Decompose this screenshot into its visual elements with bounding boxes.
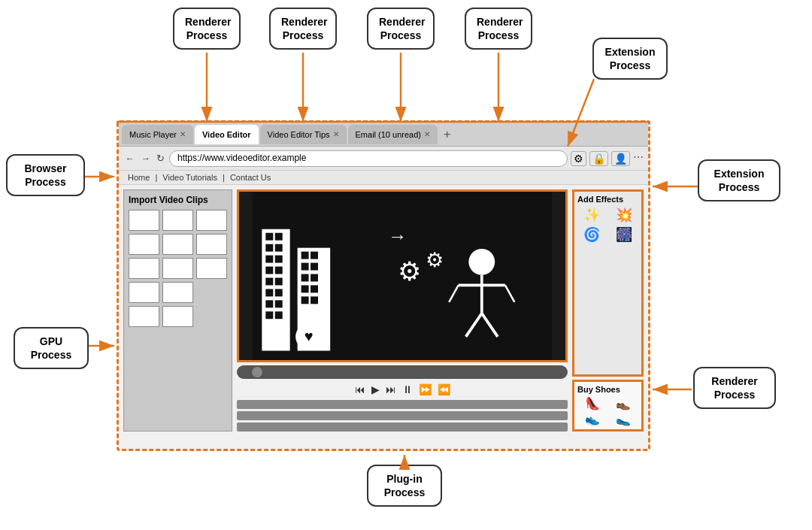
renderer-process-4: RendererProcess <box>465 8 532 50</box>
video-thumb-12[interactable] <box>129 306 159 327</box>
video-thumb-2[interactable] <box>162 210 193 231</box>
refresh-button[interactable]: ↻ <box>155 153 166 164</box>
progress-bar[interactable] <box>237 365 568 379</box>
video-thumb-9[interactable] <box>196 258 227 279</box>
effect-sparkle[interactable]: ✨ <box>577 207 607 223</box>
svg-rect-14 <box>265 300 273 307</box>
effects-grid: ✨ 💥 🌀 🎆 <box>577 207 638 243</box>
lock-icon[interactable]: 🔒 <box>589 151 608 166</box>
video-thumb-7[interactable] <box>129 258 159 279</box>
tab-bar: Music Player ✕ Video Editor Video Editor… <box>119 123 648 147</box>
skip-back-button[interactable]: ⏮ <box>355 383 365 395</box>
nav-contact[interactable]: Contact Us <box>230 173 271 182</box>
import-title: Import Video Clips <box>129 195 227 205</box>
timeline <box>237 400 568 432</box>
fast-forward-button[interactable]: ⏩ <box>419 383 432 395</box>
renderer-process-5: RendererProcess <box>693 367 776 409</box>
nav-home[interactable]: Home <box>128 173 150 182</box>
back-button[interactable]: ← <box>123 153 136 164</box>
video-thumb-6[interactable] <box>196 234 227 255</box>
video-grid <box>129 210 227 327</box>
tab-music-player[interactable]: Music Player ✕ <box>122 125 193 144</box>
shoe-2[interactable]: 👞 <box>609 396 639 410</box>
svg-rect-22 <box>311 263 318 271</box>
tab-email[interactable]: Email (10 unread) ✕ <box>348 125 438 144</box>
svg-rect-26 <box>311 285 318 292</box>
video-thumb-3[interactable] <box>196 210 227 231</box>
renderer-process-3: RendererProcess <box>367 8 435 50</box>
nav-links: Home | Video Tutorials | Contact Us <box>119 171 648 185</box>
svg-rect-7 <box>275 256 283 263</box>
ad-panel: Buy Shoes 👠 👞 👟 🥿 <box>572 380 644 432</box>
effect-burst[interactable]: 💥 <box>610 207 639 223</box>
svg-rect-25 <box>301 285 309 292</box>
settings-icon[interactable]: ⚙ <box>571 151 586 166</box>
svg-rect-4 <box>265 244 273 252</box>
svg-text:⚙: ⚙ <box>398 256 421 286</box>
extension-process-2: ExtensionProcess <box>698 159 780 201</box>
effect-firework[interactable]: 🎆 <box>610 226 639 243</box>
svg-text:⚙: ⚙ <box>426 248 444 271</box>
user-icon[interactable]: 👤 <box>611 151 630 166</box>
tab-video-editor[interactable]: Video Editor <box>195 125 259 144</box>
timeline-track-2[interactable] <box>237 411 568 420</box>
svg-text:♥: ♥ <box>304 328 314 344</box>
video-thumb-5[interactable] <box>162 234 193 255</box>
svg-rect-19 <box>301 252 309 259</box>
svg-point-34 <box>468 249 495 275</box>
video-player[interactable]: ♥ → ⚙ ⚙ <box>237 189 568 362</box>
shoe-3[interactable]: 👟 <box>577 412 607 426</box>
video-thumb-4[interactable] <box>129 234 159 255</box>
skip-forward-button[interactable]: ⏭ <box>386 383 396 395</box>
tab-close-music[interactable]: ✕ <box>180 130 186 138</box>
svg-rect-13 <box>275 289 283 296</box>
browser-process: BrowserProcess <box>6 154 85 196</box>
svg-text:→: → <box>388 226 407 247</box>
extension-icons: ⚙ 🔒 👤 ⋯ <box>571 151 644 166</box>
svg-rect-27 <box>301 296 309 304</box>
forward-button[interactable]: → <box>139 153 152 164</box>
video-thumb-11[interactable] <box>162 282 193 303</box>
video-area: ♥ → ⚙ ⚙ <box>237 189 568 432</box>
address-bar: ← → ↻ https://www.videoeditor.example ⚙ … <box>119 147 648 171</box>
svg-rect-2 <box>265 233 273 241</box>
svg-rect-12 <box>265 289 273 296</box>
tab-video-tips[interactable]: Video Editor Tips ✕ <box>260 125 347 144</box>
renderer-process-1: Renderer Process <box>173 8 241 50</box>
play-button[interactable]: ▶ <box>371 383 380 395</box>
video-thumb-10[interactable] <box>129 282 159 303</box>
svg-rect-3 <box>275 233 283 241</box>
plugin-process: Plug-inProcess <box>367 465 442 507</box>
pause-button[interactable]: ⏸ <box>402 383 413 395</box>
shoe-1[interactable]: 👠 <box>577 396 607 410</box>
tab-close-email[interactable]: ✕ <box>424 130 430 138</box>
timeline-track-3[interactable] <box>237 422 568 432</box>
tab-add-button[interactable]: + <box>439 128 455 141</box>
effect-swirl[interactable]: 🌀 <box>577 226 607 243</box>
tab-close-tips[interactable]: ✕ <box>333 130 339 138</box>
svg-rect-10 <box>265 277 273 285</box>
right-panel: Add Effects ✨ 💥 🌀 🎆 Buy Shoes 👠 👞 👟 🥿 <box>572 189 644 432</box>
svg-rect-5 <box>275 244 283 252</box>
url-field[interactable]: https://www.videoeditor.example <box>169 150 568 167</box>
menu-icon[interactable]: ⋯ <box>633 151 644 166</box>
svg-rect-23 <box>301 274 309 282</box>
svg-rect-11 <box>275 277 283 285</box>
shoe-4[interactable]: 🥿 <box>609 412 639 426</box>
video-thumb-13[interactable] <box>162 306 193 327</box>
renderer-process-2: RendererProcess <box>269 8 337 50</box>
svg-rect-15 <box>275 300 283 307</box>
svg-rect-6 <box>265 256 273 263</box>
rewind-button[interactable]: ⏪ <box>438 383 450 395</box>
main-content: Import Video Clips <box>119 185 648 436</box>
svg-rect-8 <box>265 267 273 274</box>
gpu-process: GPUProcess <box>14 327 89 369</box>
nav-tutorials[interactable]: Video Tutorials <box>162 173 217 182</box>
video-thumb-8[interactable] <box>162 258 193 279</box>
effects-title: Add Effects <box>577 195 638 204</box>
ad-items: 👠 👞 👟 🥿 <box>577 396 638 426</box>
playback-controls: ⏮ ▶ ⏭ ⏸ ⏩ ⏪ <box>237 382 568 397</box>
video-thumb-1[interactable] <box>129 210 159 231</box>
effects-panel: Add Effects ✨ 💥 🌀 🎆 <box>572 189 644 377</box>
timeline-track-1[interactable] <box>237 400 568 409</box>
